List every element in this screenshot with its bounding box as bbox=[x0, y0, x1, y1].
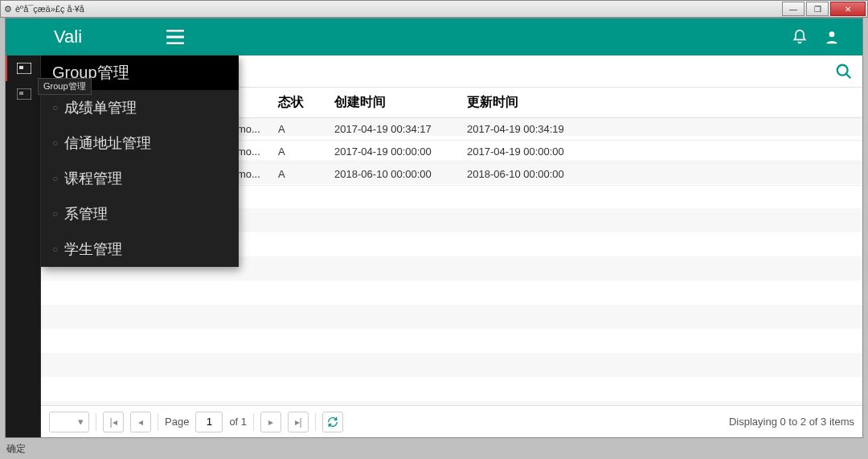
refresh-button[interactable] bbox=[322, 412, 343, 432]
cell-status: A bbox=[270, 163, 326, 186]
cell-status: A bbox=[270, 141, 326, 163]
first-page-button[interactable]: |◂ bbox=[103, 412, 124, 432]
svg-line-6 bbox=[846, 73, 851, 78]
browser-statusbar: 确定 bbox=[6, 442, 26, 456]
close-button[interactable]: ✕ bbox=[830, 2, 866, 16]
window-title: èºå¯çæä»£ç å·¥å bbox=[15, 4, 84, 14]
rail-item-other[interactable] bbox=[6, 81, 40, 107]
svg-rect-1 bbox=[17, 63, 31, 74]
brand-title: Vali bbox=[6, 27, 166, 47]
os-titlebar: ⚙ èºå¯çæä»£ç å·¥å — ❐ ✕ bbox=[0, 0, 868, 18]
topbar: Vali bbox=[6, 18, 862, 55]
user-menu-button[interactable] bbox=[824, 29, 856, 45]
user-icon bbox=[824, 29, 840, 45]
col-updated[interactable]: 更新时间 bbox=[459, 88, 592, 118]
flyout-item-student[interactable]: 学生管理 bbox=[41, 232, 239, 267]
card-icon bbox=[17, 88, 31, 100]
card-icon bbox=[17, 63, 31, 74]
refresh-icon bbox=[326, 416, 339, 428]
cell-updated: 2018-06-10 00:00:00 bbox=[459, 163, 592, 186]
bell-icon bbox=[792, 29, 808, 45]
search-icon bbox=[835, 63, 853, 80]
cell-created: 2017-04-19 00:00:00 bbox=[326, 141, 459, 163]
svg-rect-2 bbox=[19, 66, 23, 69]
cell-status: A bbox=[270, 118, 326, 141]
flyout-item-label: 成绩单管理 bbox=[64, 98, 137, 117]
flyout-item-label: 课程管理 bbox=[64, 169, 122, 188]
flyout-item-label: 信通地址管理 bbox=[64, 133, 151, 153]
next-page-button[interactable]: ▸ bbox=[260, 412, 281, 432]
col-status[interactable]: 态状 bbox=[270, 88, 326, 118]
page-size-select[interactable]: ▾ bbox=[49, 412, 89, 432]
pagination-bar: ▾ |◂ ◂ Page of 1 ▸ ▸| Displaying 0 to 2 … bbox=[41, 405, 862, 437]
page-of-label: of 1 bbox=[229, 416, 247, 428]
col-created[interactable]: 创建时间 bbox=[326, 88, 459, 118]
prev-page-button[interactable]: ◂ bbox=[130, 412, 151, 432]
flyout-item-label: 学生管理 bbox=[64, 240, 122, 259]
maximize-button[interactable]: ❐ bbox=[806, 2, 829, 16]
svg-point-0 bbox=[829, 31, 835, 37]
flyout-item-course[interactable]: 课程管理 bbox=[41, 161, 239, 196]
cell-created: 2018-06-10 00:00:00 bbox=[326, 163, 459, 186]
cell-updated: 2017-04-19 00:00:00 bbox=[459, 141, 592, 163]
flyout-item-transcript[interactable]: 成绩单管理 bbox=[41, 90, 239, 125]
minimize-button[interactable]: — bbox=[782, 2, 805, 16]
svg-rect-3 bbox=[17, 88, 31, 100]
pager-summary: Displaying 0 to 2 of 3 items bbox=[729, 416, 854, 428]
svg-rect-4 bbox=[19, 92, 23, 95]
notifications-button[interactable] bbox=[792, 29, 824, 45]
last-page-button[interactable]: ▸| bbox=[288, 412, 309, 432]
rail-item-group[interactable] bbox=[6, 55, 40, 81]
side-rail bbox=[6, 55, 41, 437]
cell-created: 2017-04-19 00:34:17 bbox=[326, 118, 459, 141]
menu-toggle-button[interactable] bbox=[166, 30, 199, 44]
hamburger-icon bbox=[166, 30, 184, 44]
svg-point-5 bbox=[837, 64, 848, 75]
flyout-item-address[interactable]: 信通地址管理 bbox=[41, 125, 239, 161]
app-frame: Vali Group管理 Group管理 成绩单管理 信通地址管理 课程管理 系… bbox=[5, 18, 863, 438]
page-input[interactable] bbox=[195, 412, 223, 432]
flyout-item-dept[interactable]: 系管理 bbox=[41, 196, 239, 232]
page-label: Page bbox=[165, 416, 189, 428]
gear-icon: ⚙ bbox=[4, 4, 12, 14]
search-button[interactable] bbox=[835, 63, 853, 80]
cell-updated: 2017-04-19 00:34:19 bbox=[459, 118, 592, 141]
rail-tooltip: Group管理 bbox=[38, 78, 92, 95]
flyout-item-label: 系管理 bbox=[64, 204, 108, 223]
